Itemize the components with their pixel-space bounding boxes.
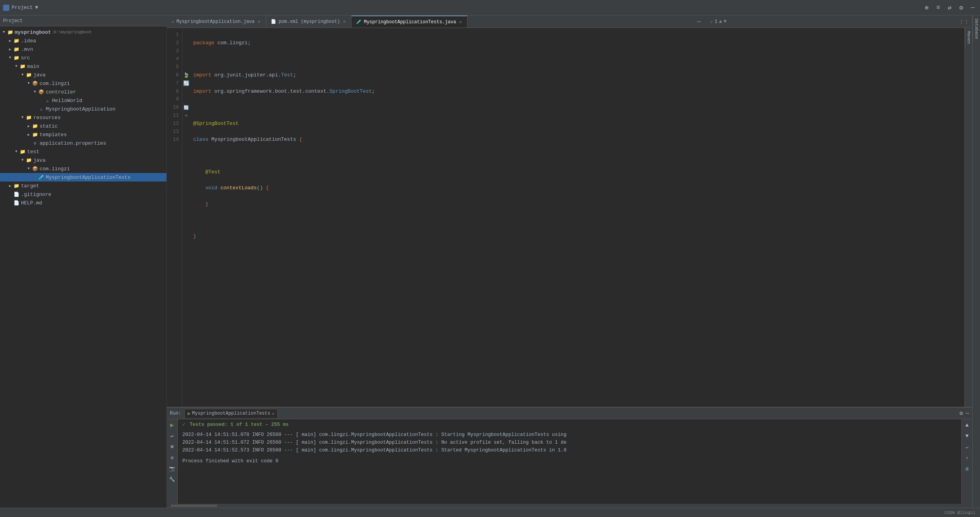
- code-line-4: import org.springframework.boot.test.con…: [193, 88, 961, 96]
- maven-label[interactable]: Maven: [965, 28, 972, 47]
- tree-item-static[interactable]: ▶ 📁 static: [0, 122, 166, 130]
- label-myspringboot: myspringboot: [15, 29, 51, 35]
- tree-item-myspringboot[interactable]: ▼ 📁 myspringboot D:\myspringboot: [0, 28, 166, 36]
- tab-overflow[interactable]: ⋯: [694, 18, 704, 26]
- settings-icon[interactable]: ⚙: [957, 3, 966, 12]
- label-comlingzi: com.lingzi: [40, 81, 70, 86]
- test-icon-apptests: 🧪: [38, 174, 44, 180]
- stop-btn[interactable]: ■: [168, 443, 177, 451]
- arrow-idea: ▶: [8, 38, 12, 43]
- check-up[interactable]: ▲: [719, 19, 722, 24]
- tree-item-apptests[interactable]: ▶ 🧪 MyspringbootApplicationTests: [0, 173, 166, 182]
- tab-apptests[interactable]: 🧪 MyspringbootApplicationTests.java ✕: [351, 16, 467, 28]
- check-down[interactable]: ▼: [724, 19, 727, 24]
- format-btn[interactable]: ⇑: [963, 453, 971, 462]
- bottom-actions: ⚙ —: [959, 410, 969, 417]
- code-line-10: void contextLoads() {: [193, 184, 961, 192]
- settings-icon-bottom[interactable]: ⚙: [959, 410, 963, 417]
- tree-item-java-main[interactable]: ▼ 📁 java: [0, 71, 166, 79]
- label-myspringbootapp: MyspringbootApplication: [46, 106, 115, 112]
- tree-item-test-comlingzi[interactable]: ▼ 📦 com.lingzi: [0, 164, 166, 173]
- tree-item-templates[interactable]: ▶ 📁 templates: [0, 130, 166, 139]
- nav-icon1[interactable]: ⊕: [923, 3, 931, 12]
- folder-icon-test-java: 📁: [26, 157, 32, 163]
- project-icon: [3, 5, 9, 11]
- code-line-6: @SpringBootTest: [193, 120, 961, 128]
- tree-item-target[interactable]: ▶ 📁 target: [0, 182, 166, 190]
- print-btn[interactable]: 🖨: [963, 464, 971, 473]
- tree-item-appprops[interactable]: ▶ ⚙ application.properties: [0, 139, 166, 147]
- bottom-scrollbar[interactable]: [167, 504, 972, 508]
- bottom-panel: Run: ▶ MyspringbootApplicationTests ✕ ⚙ …: [167, 407, 972, 508]
- bottom-content-wrapper: ▶ ↩ ■ ⚙ 📷 🔧 ✓ Tests passed: 1 of 1 test …: [167, 419, 972, 504]
- camera-btn[interactable]: 📷: [168, 464, 177, 473]
- filter-btn[interactable]: ⚙: [168, 453, 177, 462]
- test-pass-icon: ✓: [182, 422, 185, 427]
- label-test-comlingzi: com.lingzi: [40, 166, 70, 172]
- tree-item-idea[interactable]: ▶ 📁 .idea: [0, 36, 166, 45]
- tab-close-2[interactable]: ✕: [342, 19, 346, 24]
- maven-panel: Maven: [964, 28, 972, 407]
- dropdown-icon[interactable]: ▼: [35, 5, 38, 10]
- minimize-icon[interactable]: —: [968, 3, 977, 12]
- tree-item-controller[interactable]: ▼ 📦 controller: [0, 88, 166, 96]
- tree-item-test[interactable]: ▼ 📁 test: [0, 147, 166, 156]
- arrow-java-main: ▼: [20, 73, 25, 77]
- folder-icon-resources: 📁: [26, 114, 32, 121]
- tab-close-3[interactable]: ✕: [459, 19, 463, 25]
- tree-item-main[interactable]: ▼ 📁 main: [0, 62, 166, 71]
- tab-label-3: MyspringbootApplicationTests.java: [364, 19, 456, 25]
- rerun-btn[interactable]: ↩: [168, 432, 177, 440]
- folder-icon-main: 📁: [19, 63, 26, 69]
- tab-expand-icon[interactable]: ⋮⋮: [959, 19, 969, 25]
- run-tab-icon: ▶: [188, 411, 190, 417]
- tab-pomxml[interactable]: 📄 pom.xml (myspringboot) ✕: [266, 16, 351, 28]
- java-icon-myspringbootapp: ☕: [38, 106, 44, 112]
- label-java-main: java: [33, 72, 45, 78]
- wrench-btn[interactable]: 🔧: [168, 475, 177, 484]
- scroll-up-btn[interactable]: ▲: [963, 421, 971, 429]
- tab-icon-3: 🧪: [356, 19, 362, 24]
- arrow-src: ▼: [8, 55, 12, 60]
- folder-icon-mvn: 📁: [13, 46, 19, 52]
- tab-close-1[interactable]: ✕: [257, 19, 261, 24]
- tree-item-helloworld[interactable]: ▶ ☕ HelloWorld: [0, 96, 166, 105]
- wrap-btn[interactable]: ↵: [963, 443, 971, 451]
- md-icon-helpmd: 📄: [13, 200, 19, 206]
- tree-item-gitignore[interactable]: ▶ 📄 .gitignore: [0, 190, 166, 199]
- tree-item-comlingzi[interactable]: ▼ 📦 com.lingzi: [0, 79, 166, 88]
- nav-icon3[interactable]: ⇄: [945, 3, 954, 12]
- arrow-comlingzi: ▼: [26, 81, 31, 86]
- run-tab-close[interactable]: ✕: [272, 411, 275, 416]
- minimize-icon-bottom[interactable]: —: [966, 410, 969, 417]
- tree-item-helpmd[interactable]: ▶ 📄 HELP.md: [0, 199, 166, 207]
- folder-icon-java-main: 📁: [26, 72, 32, 78]
- editor-right-controls: ⋮⋮: [956, 19, 972, 25]
- tab-bar: ☕ MyspringbootApplication.java ✕ 📄 pom.x…: [167, 16, 972, 28]
- package-icon-test-comlingzi: 📦: [32, 166, 38, 172]
- scroll-down-btn[interactable]: ▼: [963, 432, 971, 440]
- run-tab-apptests[interactable]: ▶ MyspringbootApplicationTests ✕: [184, 409, 278, 418]
- label-idea: .idea: [21, 38, 36, 44]
- tree-item-test-java[interactable]: ▼ 📁 java: [0, 156, 166, 164]
- label-appprops: application.properties: [40, 140, 106, 146]
- sidebar-title: Project: [3, 18, 23, 24]
- arrow-static: ▶: [26, 124, 31, 128]
- run-btn[interactable]: ▶: [168, 421, 177, 429]
- code-line-7: class MyspringbootApplicationTests {: [193, 136, 961, 144]
- nav-icon2[interactable]: ≡: [934, 3, 943, 12]
- check-count: 1: [715, 19, 717, 24]
- tab-myspringbootapp[interactable]: ☕ MyspringbootApplication.java ✕: [167, 16, 266, 28]
- tree-item-src[interactable]: ▼ 📁 src: [0, 54, 166, 62]
- tree-item-myspringbootapp[interactable]: ▶ ☕ MyspringbootApplication: [0, 105, 166, 113]
- folder-icon-target: 📁: [13, 183, 19, 189]
- log-line-2: 2022-04-14 14:51:51.072 INFO 26560 --- […: [182, 439, 957, 446]
- folder-icon-test: 📁: [19, 149, 26, 155]
- code-content[interactable]: package com.lingzi; import org.junit.jup…: [190, 28, 964, 407]
- database-label[interactable]: Database: [973, 16, 980, 42]
- code-line-12: [193, 216, 961, 225]
- tree-item-mvn[interactable]: ▶ 📁 .mvn: [0, 45, 166, 54]
- tree-item-resources[interactable]: ▼ 📁 resources: [0, 113, 166, 122]
- arrow-test-comlingzi: ▼: [26, 166, 31, 171]
- log-line-3: 2022-04-14 14:51:52.573 INFO 26560 --- […: [182, 446, 957, 454]
